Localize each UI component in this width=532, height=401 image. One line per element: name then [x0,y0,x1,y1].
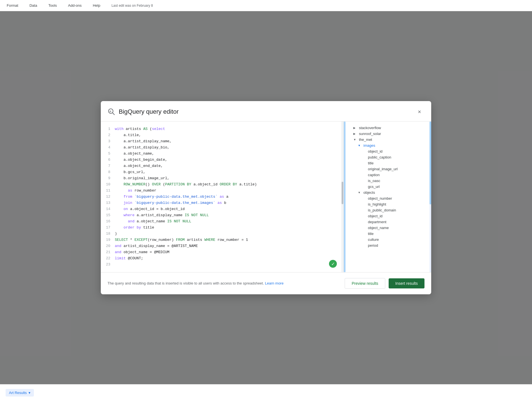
code-editor[interactable]: with artists AS (select a.title, a.artis… [115,122,341,272]
sidebar-item-gcs-url[interactable]: gcs_url [346,184,430,190]
sidebar-item-label: the_met [359,137,426,142]
sidebar-item-label: objects [363,190,426,195]
sidebar-item-is-public-domain[interactable]: is_public_domain [346,207,430,213]
last-edit-text: Last edit was on February 8 [111,4,153,8]
sidebar-item-caption[interactable]: caption [346,172,430,178]
footer-description: The query and resulting data that is ins… [108,281,284,286]
sidebar-item-label: stackoverflow [359,126,426,130]
modal-title-area: ⊕ BigQuery query editor [108,108,179,116]
success-checkmark-icon: ✓ [329,260,337,268]
sidebar-item-label: object_id [368,214,426,218]
sidebar-item-label: images [363,143,426,148]
editor-scrollbar-thumb [342,182,343,204]
sidebar-item-object-number[interactable]: object_number [346,195,430,201]
expand-arrow-icon: ▶ [353,132,359,135]
footer-description-text: The query and resulting data that is ins… [108,281,264,285]
bottom-bar: Art Results ▾ [0,384,532,401]
sidebar-item-label: caption [368,173,426,177]
sidebar-item-label: period [368,243,426,248]
collapse-arrow-icon: ▼ [358,191,363,194]
sidebar-item-original-image-url[interactable]: original_image_url [346,166,430,172]
modal-header: ⊕ BigQuery query editor × [101,101,431,121]
collapse-arrow-icon: ▼ [358,144,363,147]
sidebar-item-label: object_id [368,149,426,153]
sidebar-item-label: is_highlight [368,202,426,206]
sidebar-left-scrollbar-thumb [344,122,346,272]
sidebar-item-the-met[interactable]: ▼ the_met [346,137,430,143]
sidebar-left-scrollbar[interactable] [344,122,346,272]
sidebar-item-sunroof-solar[interactable]: ▶ sunroof_solar [346,131,430,137]
modal-title: BigQuery query editor [119,108,179,115]
bigquery-icon: ⊕ [108,108,115,116]
sidebar-right-scrollbar[interactable] [430,122,431,272]
sidebar-item-label: title [368,161,426,165]
tab-label: Art Results [9,391,27,395]
sidebar-item-object-id[interactable]: object_id [346,148,430,154]
collapse-arrow-icon: ▼ [353,138,359,141]
sidebar-item-period[interactable]: period [346,243,430,248]
tab-arrow-icon: ▾ [29,391,31,395]
sidebar-item-label: is_public_domain [368,208,426,212]
sheet-tab[interactable]: Art Results ▾ [6,389,34,397]
sidebar-item-is-oasc[interactable]: is_oasc [346,178,430,184]
sidebar-item-culture[interactable]: culture [346,237,430,243]
preview-results-button[interactable]: Preview results [345,278,385,289]
sidebar-item-stackoverflow[interactable]: ▶ stackoverflow [346,125,430,131]
sidebar-item-label: culture [368,237,426,242]
editor-scrollbar[interactable] [341,122,344,272]
modal-dialog: ⊕ BigQuery query editor × 12345 678910 1… [101,101,431,294]
sidebar[interactable]: ▶ stackoverflow ▶ sunroof_solar ▼ the_me… [346,122,430,272]
sidebar-item-label: sunroof_solar [359,132,426,136]
expand-arrow-icon: ▶ [353,126,359,129]
sidebar-item-title-2[interactable]: title [346,231,430,237]
modal-overlay: ⊕ BigQuery query editor × 12345 678910 1… [0,11,532,384]
menu-item-data[interactable]: Data [27,2,39,9]
sidebar-item-label: object_number [368,196,426,200]
sidebar-item-object-name[interactable]: object_name [346,225,430,231]
sidebar-item-title[interactable]: title [346,160,430,166]
menu-item-tools[interactable]: Tools [46,2,59,9]
menu-item-format[interactable]: Format [4,2,20,9]
sidebar-item-is-highlight[interactable]: is_highlight [346,201,430,207]
sidebar-item-label: object_name [368,226,426,230]
sidebar-item-label: gcs_url [368,185,426,189]
footer-buttons: Preview results Insert results [345,278,424,289]
sidebar-item-public-caption[interactable]: public_caption [346,154,430,160]
learn-more-link[interactable]: Learn more [265,281,283,285]
close-button[interactable]: × [414,107,424,117]
sidebar-item-label: public_caption [368,155,426,159]
menu-item-help[interactable]: Help [90,2,102,9]
sidebar-item-label: title [368,232,426,236]
menu-item-addons[interactable]: Add-ons [66,2,84,9]
sidebar-item-label: original_image_url [368,167,426,171]
modal-body: 12345 678910 1112131415 1617181920 21222… [101,121,431,272]
svg-line-1 [113,113,114,115]
sidebar-item-object-id-2[interactable]: object_id [346,213,430,219]
insert-results-button[interactable]: Insert results [389,278,424,288]
sidebar-item-label: is_oasc [368,179,426,183]
sidebar-right-scrollbar-thumb [430,122,431,204]
sidebar-item-department[interactable]: department [346,219,430,225]
modal-footer: The query and resulting data that is ins… [101,272,431,294]
sidebar-item-objects[interactable]: ▼ objects [346,190,430,195]
svg-text:⊕: ⊕ [109,109,111,113]
menu-bar: Format Data Tools Add-ons Help Last edit… [0,0,532,11]
line-numbers: 12345 678910 1112131415 1617181920 21222… [101,122,115,272]
editor-area[interactable]: 12345 678910 1112131415 1617181920 21222… [101,122,344,272]
sidebar-item-label: department [368,220,426,224]
sidebar-item-images[interactable]: ▼ images [346,143,430,148]
